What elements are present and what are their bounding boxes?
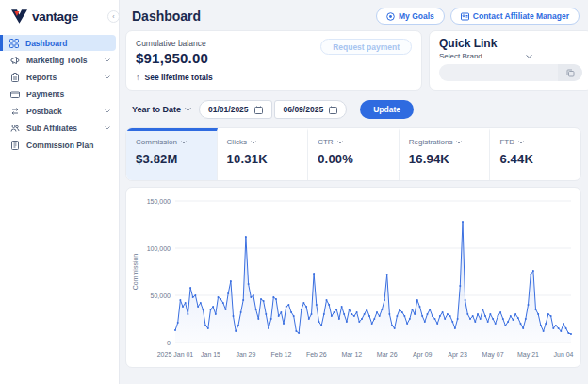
data-point xyxy=(489,313,491,315)
sidebar-item-commission-plan[interactable]: Commission Plan xyxy=(3,137,116,153)
date-filter-row: Year to Date 01/01/2025 06/09/2025 Updat… xyxy=(125,91,581,127)
data-point xyxy=(555,325,557,326)
tab-ctr[interactable]: CTR 0.00% xyxy=(308,128,400,180)
date-to-input[interactable]: 06/09/2025 xyxy=(274,100,348,119)
sidebar-item-label: Postback xyxy=(26,107,98,116)
update-button[interactable]: Update xyxy=(360,100,414,119)
date-from-input[interactable]: 01/01/2025 xyxy=(199,100,272,119)
data-point xyxy=(272,296,274,298)
data-point xyxy=(442,311,444,313)
data-point xyxy=(517,317,519,319)
contact-affiliate-manager-button[interactable]: Contact Affiliate Manager xyxy=(450,8,580,25)
my-goals-button[interactable]: My Goals xyxy=(376,8,445,25)
y-tick-label: 100,000 xyxy=(147,245,171,252)
sidebar: vantage ‹ Dashboard Marketing Tools Repo… xyxy=(0,0,120,384)
copy-link-button[interactable] xyxy=(558,64,582,81)
data-point xyxy=(255,309,257,310)
data-point xyxy=(507,321,509,323)
data-point xyxy=(513,319,514,321)
data-point xyxy=(434,318,436,320)
sidebar-collapse-button[interactable]: ‹ xyxy=(107,10,120,23)
x-tick-label: May 07 xyxy=(482,351,504,359)
data-point xyxy=(305,306,307,308)
data-point xyxy=(257,318,259,320)
date-range-preset-label: Year to Date xyxy=(132,105,181,114)
data-point xyxy=(242,299,244,301)
target-icon xyxy=(386,12,395,21)
data-point xyxy=(233,315,235,317)
sidebar-item-dashboard[interactable]: Dashboard xyxy=(0,35,116,51)
data-point xyxy=(492,318,494,320)
data-point xyxy=(552,327,554,329)
request-payment-button[interactable]: Request payment xyxy=(320,39,412,55)
data-point xyxy=(308,318,310,320)
arrow-up-icon: ↑ xyxy=(136,73,140,82)
data-point xyxy=(570,333,572,335)
postback-icon xyxy=(10,107,20,116)
data-point xyxy=(567,332,569,334)
data-point xyxy=(477,313,479,315)
x-tick-label: 2025 Jan 01 xyxy=(157,351,194,358)
data-point xyxy=(227,292,229,294)
quick-link-input[interactable] xyxy=(439,64,558,81)
data-point xyxy=(409,318,411,320)
x-tick-label: Apr 09 xyxy=(413,351,433,359)
data-point xyxy=(484,315,486,317)
select-brand-dropdown[interactable]: Select Brand xyxy=(439,52,582,60)
dashboard-icon xyxy=(9,39,19,48)
quick-link-card: Quick Link Select Brand xyxy=(429,30,588,91)
tab-ftd[interactable]: FTD 6.44K xyxy=(490,128,580,180)
sidebar-item-label: Reports xyxy=(26,73,98,82)
see-lifetime-totals-link[interactable]: ↑ See lifetime totals xyxy=(136,73,412,82)
data-point xyxy=(263,300,265,302)
data-point xyxy=(260,298,262,300)
tab-registrations[interactable]: Registrations 16.94K xyxy=(400,128,491,180)
data-point xyxy=(522,327,524,329)
date-to-value: 06/09/2025 xyxy=(284,105,324,114)
data-point xyxy=(368,315,370,317)
data-point xyxy=(525,318,527,320)
chevron-down-icon xyxy=(518,141,524,144)
data-point xyxy=(528,304,530,306)
sidebar-item-reports[interactable]: Reports xyxy=(3,69,116,85)
data-point xyxy=(334,311,335,313)
data-point xyxy=(429,309,431,310)
data-point xyxy=(174,329,176,331)
data-point xyxy=(235,330,237,332)
data-point xyxy=(487,321,489,323)
sidebar-item-label: Marketing Tools xyxy=(26,56,98,65)
commission-line-chart[interactable]: 050,000100,000150,0002025 Jan 01Jan 15Ja… xyxy=(128,192,579,365)
x-tick-label: Jan 15 xyxy=(201,351,220,358)
date-range-preset-dropdown[interactable]: Year to Date xyxy=(132,105,191,114)
tab-commission[interactable]: Commission $3.82M xyxy=(126,128,218,180)
sidebar-item-marketing-tools[interactable]: Marketing Tools xyxy=(3,52,116,68)
data-point xyxy=(376,311,378,313)
data-point xyxy=(459,285,461,287)
commission-chart-card: 050,000100,000150,0002025 Jan 01Jan 15Ja… xyxy=(125,187,581,368)
sidebar-item-postback[interactable]: Postback xyxy=(3,103,116,119)
data-point xyxy=(265,313,267,315)
sidebar-item-payments[interactable]: Payments xyxy=(3,86,116,102)
data-point xyxy=(465,299,466,301)
tab-registrations-label: Registrations xyxy=(409,138,453,146)
data-point xyxy=(399,309,400,310)
data-point xyxy=(421,315,423,317)
vantage-logo-icon xyxy=(11,9,27,24)
data-point xyxy=(472,315,474,317)
data-point xyxy=(204,325,206,326)
x-tick-label: Mar 12 xyxy=(341,351,362,358)
data-point xyxy=(185,302,187,304)
data-point xyxy=(313,273,315,275)
sidebar-item-sub-affiliates[interactable]: Sub Affiliates xyxy=(3,120,116,136)
data-point xyxy=(326,299,328,301)
data-point xyxy=(311,313,313,315)
data-point xyxy=(499,311,501,313)
data-point xyxy=(482,309,483,310)
data-point xyxy=(331,315,333,317)
tab-clicks[interactable]: Clicks 10.31K xyxy=(218,128,309,180)
data-point xyxy=(302,302,304,304)
tab-clicks-label: Clicks xyxy=(227,138,247,146)
data-point xyxy=(412,309,414,310)
tab-commission-label: Commission xyxy=(136,138,177,146)
data-point xyxy=(177,322,179,324)
